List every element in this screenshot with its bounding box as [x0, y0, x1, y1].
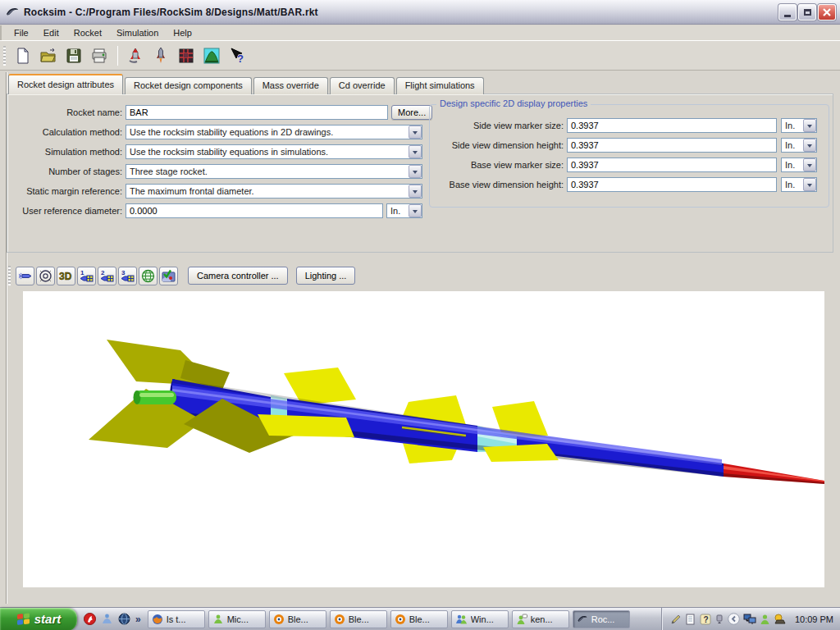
more-button[interactable]: More... [391, 105, 432, 120]
rocket-pad-button[interactable] [148, 43, 173, 68]
save-button[interactable] [62, 43, 86, 68]
task-button-ken[interactable]: ken... [512, 610, 569, 628]
launch-rocket-button[interactable] [123, 43, 148, 68]
help-tray-icon[interactable]: ? [700, 614, 711, 625]
chevron-down-icon[interactable] [803, 139, 816, 152]
stage-2-view-button[interactable]: 2 [98, 267, 116, 285]
static-margin-reference-select[interactable]: The maximum frontal diameter. [126, 184, 422, 199]
close-button[interactable] [818, 4, 836, 21]
chevron-down-icon[interactable] [803, 178, 816, 191]
menu-file[interactable]: File [7, 26, 36, 39]
toolbar-grip[interactable] [3, 46, 6, 66]
base-view-marker-size-unit-select[interactable]: In. [781, 158, 817, 172]
simulation-method-label: Simulation method: [7, 144, 122, 159]
rocket-name-input[interactable] [126, 105, 388, 120]
maximize-button[interactable] [798, 4, 816, 21]
user-reference-diameter-label: User reference diameter: [7, 203, 122, 218]
context-help-button[interactable]: ? [225, 43, 249, 68]
aim-icon[interactable] [84, 613, 96, 625]
base-view-marker-size-input[interactable] [567, 158, 777, 172]
menu-bar: File Edit Rocket Simulation Help [0, 25, 840, 40]
render-settings-button[interactable] [159, 267, 178, 285]
chevron-down-icon[interactable] [409, 185, 422, 198]
camera-controller-button[interactable]: Camera controller ... [188, 267, 288, 285]
stage-1-view-button[interactable]: 1 [77, 267, 96, 285]
maximize-icon [804, 9, 811, 16]
buddy-tray-icon[interactable] [760, 614, 770, 625]
chevron-down-icon[interactable] [803, 158, 816, 171]
grid-button[interactable] [174, 43, 199, 68]
minimize-button[interactable] [778, 4, 797, 21]
side-view-marker-size-input[interactable] [567, 118, 777, 133]
base-view-dimension-height-unit-select[interactable]: In. [781, 177, 817, 192]
weather-tray-icon[interactable] [774, 614, 787, 625]
rocksim-icon [577, 614, 588, 625]
chevron-down-icon[interactable] [409, 145, 422, 158]
quick-launch-overflow-chevron[interactable]: » [135, 614, 141, 625]
task-button-firefox[interactable]: Is t... [148, 610, 205, 628]
menu-edit[interactable]: Edit [36, 26, 66, 39]
task-button-strip: Is t... Mic... Ble... Ble... [148, 610, 630, 628]
tab-flight-simulations[interactable]: Flight simulations [396, 77, 484, 94]
tab-mass-override[interactable]: Mass override [253, 77, 328, 94]
3d-view-button[interactable]: 3D [57, 267, 75, 285]
rocksim-window: Rocksim - C:/Program Files/RockSim 8/Des… [0, 0, 840, 630]
chevron-down-icon[interactable] [409, 165, 422, 178]
title-bar[interactable]: Rocksim - C:/Program Files/RockSim 8/Des… [0, 0, 840, 25]
volume-tray-icon[interactable] [714, 614, 724, 625]
new-document-icon [14, 47, 32, 65]
side-view-marker-size-unit-select[interactable]: In. [781, 118, 817, 133]
rocket-3d-viewport[interactable] [23, 291, 824, 587]
open-file-button[interactable] [36, 43, 61, 68]
svg-text:3D: 3D [59, 271, 72, 282]
save-floppy-icon [65, 47, 83, 65]
task-button-rocksim[interactable]: Roc... [573, 610, 630, 628]
globe-view-button[interactable] [139, 267, 158, 285]
menu-rocket[interactable]: Rocket [66, 26, 109, 39]
messenger-icon [212, 614, 224, 625]
user-reference-diameter-unit-select[interactable]: In. [386, 203, 422, 218]
side-view-dimension-height-unit-select[interactable]: In. [781, 138, 817, 153]
base-view-dimension-height-input[interactable] [567, 177, 777, 192]
tab-strip: Rocket design attributes Rocket design c… [8, 75, 486, 94]
network-tray-icon[interactable] [743, 614, 756, 625]
start-button[interactable]: start [0, 608, 77, 630]
simulation-method-select[interactable]: Use the rocksim stability equations in s… [126, 144, 422, 159]
side-view-button[interactable] [16, 267, 34, 285]
task-button-win[interactable]: Win... [451, 610, 509, 628]
lighting-button[interactable]: Lighting ... [296, 267, 356, 285]
side-view-dimension-height-input[interactable] [567, 138, 777, 153]
chevron-down-icon[interactable] [803, 119, 816, 132]
tab-cd-override[interactable]: Cd override [330, 77, 395, 94]
notepad-tray-icon[interactable] [685, 614, 696, 625]
messenger-blue-icon[interactable] [101, 613, 113, 625]
blender-icon [273, 614, 285, 625]
collapse-chevron-icon[interactable] [728, 613, 740, 625]
task-button-mic[interactable]: Mic... [208, 610, 266, 628]
pencil-tray-icon[interactable] [670, 614, 682, 625]
base-view-icon [38, 268, 53, 284]
globe-launcher-icon[interactable] [118, 613, 130, 625]
stage-3-view-button[interactable]: 3 [118, 267, 137, 285]
flight-plot-button[interactable] [199, 43, 224, 68]
side-view-marker-size-label: Side view marker size: [430, 118, 564, 133]
base-view-button[interactable] [36, 267, 55, 285]
user-reference-diameter-input[interactable] [126, 203, 383, 218]
new-document-button[interactable] [11, 43, 35, 68]
task-button-blender-3[interactable]: Ble... [390, 610, 448, 628]
chevron-down-icon[interactable] [409, 126, 422, 139]
chevron-down-icon[interactable] [409, 204, 422, 217]
menu-simulation[interactable]: Simulation [109, 26, 166, 39]
task-button-blender-1[interactable]: Ble... [269, 610, 326, 628]
task-button-blender-2[interactable]: Ble... [330, 610, 387, 628]
viewbar-grip[interactable] [8, 266, 11, 285]
tab-rocket-design-attributes[interactable]: Rocket design attributes [8, 74, 123, 94]
number-of-stages-select[interactable]: Three stage rocket. [126, 164, 422, 179]
calculation-method-select[interactable]: Use the rocksim stability equations in 2… [126, 125, 422, 139]
menu-help[interactable]: Help [166, 26, 199, 39]
open-folder-icon [39, 47, 57, 65]
tab-rocket-design-components[interactable]: Rocket design components [125, 77, 252, 94]
print-button[interactable] [87, 43, 112, 68]
static-margin-reference-label: Static margin reference: [7, 184, 122, 199]
grid-icon [177, 47, 195, 65]
